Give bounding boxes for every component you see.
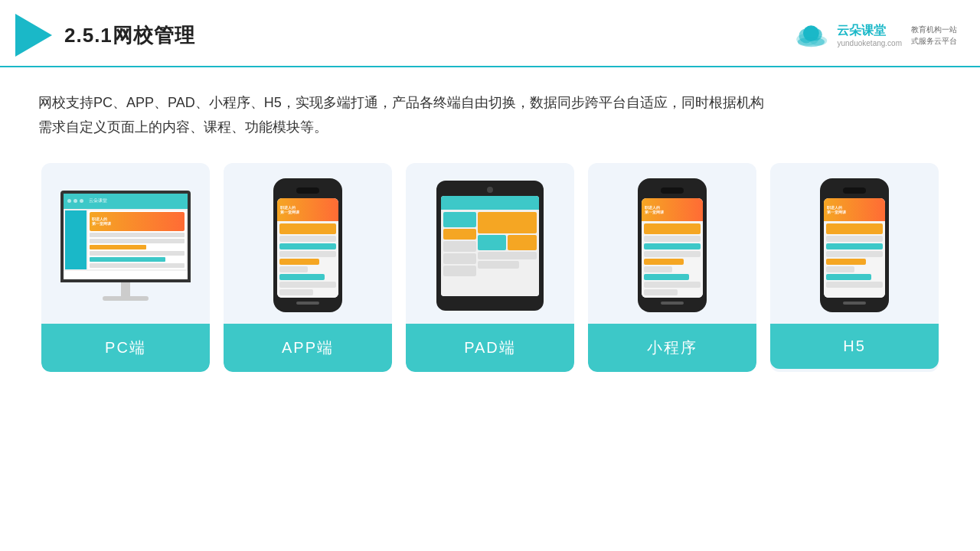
card-h5-label: H5 [770,324,939,369]
phone-h5-icon: 职进人的第一堂网课 [820,178,889,312]
card-app: 职进人的第一堂网课 [224,163,392,372]
brand-name: 云朵课堂 [837,23,902,39]
card-miniprogram-label: 小程序 [588,324,756,372]
main-content: 网校支持PC、APP、PAD、小程序、H5，实现多端打通，产品各终端自由切换，数… [0,67,980,387]
brand-logo: 云朵课堂 yunduoketang.com 教育机构一站式服务云平台 [794,23,957,47]
brand-slogan: 教育机构一站式服务云平台 [911,24,957,47]
brand-area: 云朵课堂 yunduoketang.com 教育机构一站式服务云平台 [794,23,957,47]
phone-miniprogram-icon: 职进人的第一堂网课 [638,178,707,312]
header-left: 2.5.1网校管理 [15,14,195,57]
brand-url: yunduoketang.com [837,39,902,47]
card-app-image: 职进人的第一堂网课 [224,163,392,324]
phone-app-icon: 职进人的第一堂网课 [273,178,342,312]
card-pad-image [406,163,574,324]
card-pc-label: PC端 [41,324,210,372]
svg-point-5 [798,37,825,47]
page-title: 2.5.1网校管理 [64,22,195,49]
card-h5: 职进人的第一堂网课 [770,163,939,372]
card-app-label: APP端 [224,324,392,372]
card-pc-image: 云朵课堂 职进人的第一堂网课 [41,163,210,324]
pc-monitor-icon: 云朵课堂 职进人的第一堂网课 [60,191,191,301]
logo-triangle-icon [15,14,52,57]
cards-container: 云朵课堂 职进人的第一堂网课 [38,163,942,372]
card-h5-image: 职进人的第一堂网课 [770,163,939,324]
card-pad: PAD端 [406,163,574,372]
card-pad-label: PAD端 [406,324,574,372]
page-header: 2.5.1网校管理 云朵课堂 yunduoketang.com 教育机构一站式服… [0,0,980,67]
card-miniprogram-image: 职进人的第一堂网课 [588,163,756,324]
cloud-logo-icon [794,23,831,47]
description-text: 网校支持PC、APP、PAD、小程序、H5，实现多端打通，产品各终端自由切换，数… [38,90,942,140]
tablet-pad-icon [436,181,544,311]
card-pc: 云朵课堂 职进人的第一堂网课 [41,163,210,372]
card-miniprogram: 职进人的第一堂网课 [588,163,756,372]
